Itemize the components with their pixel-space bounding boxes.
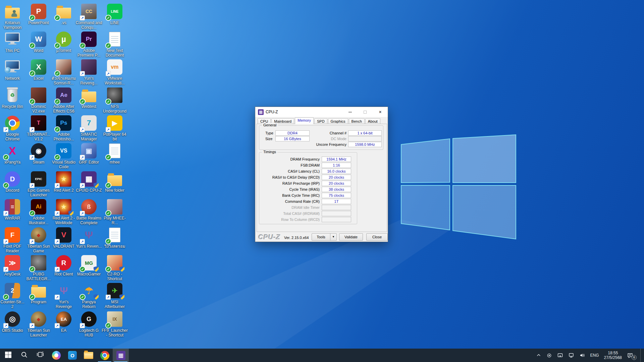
validate-button[interactable]: Validate xyxy=(339,233,363,241)
desktop-icon-logitech-g-hub[interactable]: G↗Logitech G HUB xyxy=(75,311,102,338)
minimize-button[interactable] xyxy=(342,107,358,117)
cpuz-app-icon: ▦ xyxy=(258,109,264,115)
desktop-icon-ff9-launcher-shortcut[interactable]: IX✓FF9_Launcher - Shortcut xyxy=(101,311,128,338)
desktop-icon-label: VMware Workstati... xyxy=(101,76,128,85)
desktop-icon-winrar[interactable]: ≡↗WinRAR xyxy=(0,199,26,221)
desktop-icon-torrent[interactable]: µ✓µTorrent xyxy=(50,31,77,53)
desktop-icon-counter-str-2[interactable]: 2✓Counter-Str... 2 xyxy=(0,283,26,309)
desktop-icon-google-chrome[interactable]: ↗Google Chrome xyxy=(0,115,26,141)
desktop-icon-adobe-after-effects-cs6[interactable]: Ae✓Adobe After Effects CS6 xyxy=(50,87,77,114)
record-tray-icon[interactable] xyxy=(546,353,552,358)
desktop-icon-c2-ro-shortcut[interactable]: ✓C2-RO - Shortcut xyxy=(101,255,128,281)
desktop-icon-program[interactable]: ✓Program xyxy=(25,283,52,304)
cpuz-titlebar[interactable]: ▦ CPU-Z × xyxy=(255,107,388,117)
show-desktop-button[interactable] xyxy=(640,349,642,362)
desktop-icon-this-pc[interactable]: This PC xyxy=(0,31,26,53)
tools-button[interactable]: Tools ▼ xyxy=(312,233,337,241)
tab-about[interactable]: About xyxy=(365,118,380,124)
desktop-icon-line[interactable]: LINE✓LINE xyxy=(101,3,128,25)
taskbar-start-button[interactable] xyxy=(0,349,16,362)
desktop-icon-network[interactable]: Network xyxy=(0,59,26,81)
anydesk-icon: ≫↗ xyxy=(4,255,20,271)
taskbar-copilot-button[interactable] xyxy=(48,349,64,362)
desktop-icon-new-folder[interactable]: ✓New folder xyxy=(101,171,128,193)
desktop-icon-obs-studio[interactable]: ◎↗OBS Studio xyxy=(0,311,26,333)
cast-connect-tray-icon[interactable] xyxy=(557,352,563,358)
desktop-icon-red-alert-2-winmode[interactable]: ★↗Red Alert 2 - WinMode xyxy=(50,199,77,225)
tray-overflow-chevron-icon[interactable] xyxy=(536,353,541,358)
language-indicator[interactable]: ENG xyxy=(590,353,599,358)
desktop-icon-command-and-conqu[interactable]: CC↗Command and Conqu... xyxy=(75,3,102,30)
tab-bench[interactable]: Bench xyxy=(349,118,365,124)
desktop-icon-anydesk[interactable]: ≫↗AnyDesk xyxy=(0,255,26,277)
desktop-icon-xpangya[interactable]: X✓xPangYa xyxy=(0,143,26,165)
desktop-icon-mhee[interactable]: ✓mhee xyxy=(101,143,128,165)
app-art-text: Ψ xyxy=(60,285,68,296)
network-tray-icon[interactable] xyxy=(568,352,574,358)
desktop-icon-riot-client[interactable]: R↗Riot Client xyxy=(50,255,77,277)
desktop-icon-tiberian-sun-launcher[interactable]: ◆↗Tiberian Sun Launcher xyxy=(25,311,52,338)
shortcut-arrow-badge-icon: ↗ xyxy=(55,239,60,244)
desktop-icon-somsri-r[interactable]: ✓ตัวเข้าเล่นเกม Somsri-R... xyxy=(50,59,77,85)
volume-tray-icon[interactable] xyxy=(579,352,585,358)
desktop-icon-pangya-reborn[interactable]: ☂✓Pangya Reborn xyxy=(75,283,102,309)
tools-button-label[interactable]: Tools xyxy=(312,234,330,240)
desktop-icon-red-alert-2[interactable]: ★↗Red Alert 2 xyxy=(50,171,77,193)
desktop-icon-nfs-underground[interactable]: ✓NFS Underground xyxy=(101,87,128,114)
desktop-icon-yuri-s-revenge[interactable]: Ψ↗Yuri's Revenge xyxy=(50,283,77,309)
terminat-v1-2-icon: T↗ xyxy=(31,115,47,131)
taskbar-task-view-button[interactable] xyxy=(32,349,48,362)
taskbar-cpu-z-button[interactable]: ▦ xyxy=(113,349,129,362)
desktop-icon-battle-realms-complete[interactable]: ß↗Battle Realms Complete xyxy=(75,199,102,225)
taskbar-file-explorer-button[interactable] xyxy=(80,349,97,362)
desktop-icon-dominic-v2-exe[interactable]: ✓Dominic V2.exe xyxy=(25,87,52,114)
desktop-icon-3[interactable]: ✓วิ3วิงสตรอม xyxy=(101,227,128,249)
desktop-icon-kritanun-yarmpoon[interactable]: Kritanun Yarmpoon xyxy=(0,3,26,30)
desktop-icon-tiberian-sun-game[interactable]: ◆↗Tiberian Sun Game xyxy=(25,227,52,253)
desktop-icon-terminat-v1-2[interactable]: T↗TERMINAT... V1.2 xyxy=(25,115,52,141)
desktop-icon-valorant[interactable]: V↗VALORANT xyxy=(50,227,77,249)
desktop-icon-adobe-illustrator[interactable]: Ai✓Adobe Illustrator... xyxy=(25,199,52,225)
desktop-icon-powerpoint[interactable]: P✓PowerPoint xyxy=(25,3,52,25)
clock[interactable]: 18:55 27/5/2568 xyxy=(604,351,622,360)
tab-graphics[interactable]: Graphics xyxy=(328,118,348,124)
desktop-icon-epic-games-launcher[interactable]: EPIC↗Epic Games Launcher xyxy=(25,171,52,197)
app-art-text: ◆ xyxy=(37,317,40,322)
desktop-icon-label: PowerPoint xyxy=(25,20,52,25)
desktop-icon-potplayer-64-bit[interactable]: ▶↗PotPlayer 64 bit xyxy=(101,115,128,141)
desktop-icon-grf-editor[interactable]: ▣↗GRF Editor xyxy=(75,143,102,165)
desktop-icon-adobe-photosho[interactable]: Ps✓Adobe Photosho... xyxy=(50,115,77,141)
desktop-icon-simatic-manager[interactable]: 7↗SIMATIC Manager xyxy=(75,115,102,141)
desktop-icon-macrogamer[interactable]: MG✓MacroGamer xyxy=(75,255,102,277)
taskbar-chrome-button[interactable] xyxy=(97,349,113,362)
tools-dropdown-arrow-icon[interactable]: ▼ xyxy=(330,234,336,240)
close-button[interactable]: Close xyxy=(366,233,388,241)
desktop-icon-visual-studio-code[interactable]: VS✓Visual Studio Code xyxy=(50,143,77,169)
tab-memory[interactable]: Memory xyxy=(295,117,314,124)
desktop-icon-webtest[interactable]: ✓Webtest xyxy=(75,87,102,109)
close-window-button[interactable]: × xyxy=(373,107,388,117)
desktop-icon-play-mhee-r[interactable]: ✓Play MHEE-R... xyxy=(101,199,128,225)
desktop-icon-ea[interactable]: EA↗EA xyxy=(50,311,77,333)
desktop-icon-pubg-battlegr[interactable]: ✓PUBG BATTLEGR... xyxy=(25,255,52,281)
desktop-icon-vmware-workstati[interactable]: vm↗VMware Workstati... xyxy=(101,59,128,85)
desktop-icon-adobe-premiere-p[interactable]: Pr✓Adobe Premiere P... xyxy=(75,31,102,58)
desktop-icon-word[interactable]: W✓Word xyxy=(25,31,52,53)
desktop-icon-vs[interactable]: ✓.vs xyxy=(50,3,77,25)
desktop-icon-yuri-s-reven[interactable]: Ψ↗Yuri's Reven... xyxy=(75,227,102,249)
desktop-icon-steam[interactable]: ◉↗Steam xyxy=(25,143,52,165)
desktop-icon-foxit-pdf-reader[interactable]: F↗Foxit PDF Reader xyxy=(0,227,26,253)
desktop-icon-label: LINE xyxy=(101,20,128,25)
desktop-icon-recycle-bin[interactable]: ♻Recycle Bin xyxy=(0,87,26,109)
desktop-icon-cpuid-cpu-z[interactable]: ▦↗CPUID CPU-Z xyxy=(75,171,102,193)
taskbar-search-button[interactable] xyxy=(16,349,32,362)
desktop-icon-msi-afterburner[interactable]: ✈↗MSI Afterburner xyxy=(101,283,128,309)
desktop-icon-new-text-document[interactable]: ✓New Text Document xyxy=(101,31,128,58)
desktop-icon-discord[interactable]: D✓Discord xyxy=(0,171,26,193)
desktop-icon-excel[interactable]: X✓Excel xyxy=(25,59,52,81)
desktop-icon-label: Play MHEE-R... xyxy=(101,216,128,225)
notification-center-icon[interactable]: 6 xyxy=(627,352,635,359)
desktop-icon-yuri-s-reveng[interactable]: ↗Yuri's Reveng... xyxy=(75,59,102,85)
taskbar-outlook-button[interactable]: O xyxy=(64,349,80,362)
tab-spd[interactable]: SPD xyxy=(314,118,327,124)
